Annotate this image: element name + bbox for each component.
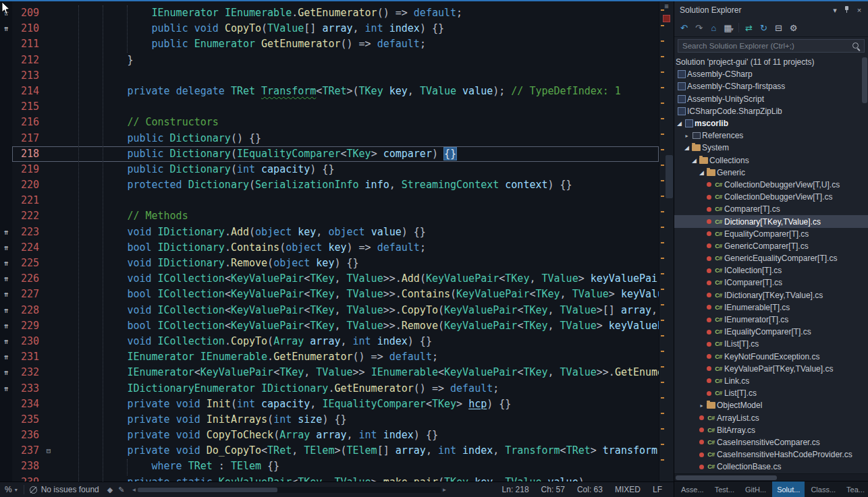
- tree-horizontal-scrollbar[interactable]: [674, 473, 868, 481]
- code-text[interactable]: bool ICollection<KeyValuePair<TKey, TVal…: [54, 318, 659, 334]
- line-number[interactable]: 214: [12, 84, 43, 99]
- tree-item[interactable]: Solution 'project-gui' (11 of 11 project…: [674, 56, 868, 68]
- tree-item[interactable]: C#KeyValuePair[TKey,TValue].cs: [674, 363, 868, 375]
- zoom-control[interactable]: % ▾: [0, 485, 21, 494]
- code-line[interactable]: ⇈224 bool IDictionary.Contains(object ke…: [0, 240, 659, 256]
- line-number[interactable]: 231: [12, 349, 43, 365]
- code-line[interactable]: ⇈227 bool ICollection<KeyValuePair<TKey,…: [0, 287, 659, 302]
- tree-item[interactable]: Assembly-UnityScript: [674, 93, 868, 105]
- code-text[interactable]: private void Do_CopyTo<TRet, TElem>(TEle…: [54, 443, 659, 459]
- code-line[interactable]: ⇈231 IEnumerator IEnumerable.GetEnumerat…: [0, 349, 659, 365]
- code-text[interactable]: public Dictionary(IEqualityComparer<TKey…: [54, 146, 659, 162]
- line-number[interactable]: 210: [12, 21, 43, 36]
- code-text[interactable]: }: [54, 53, 659, 68]
- code-editor[interactable]: ⇈209 IEnumerator IEnumerable.GetEnumerat…: [0, 0, 674, 481]
- search-box[interactable]: [678, 39, 865, 53]
- collapse-arrow-icon[interactable]: ◢: [698, 169, 705, 176]
- tool-window-tab[interactable]: GitH...: [740, 481, 771, 497]
- code-line[interactable]: ⇈233 IDictionaryEnumerator IDictionary.G…: [0, 381, 659, 397]
- implements-glyph-icon[interactable]: ⇈: [0, 365, 12, 380]
- line-number[interactable]: 227: [12, 287, 43, 302]
- code-line[interactable]: 222 // Methods: [0, 208, 659, 224]
- glyph-margin[interactable]: [0, 193, 12, 208]
- switch-views-icon[interactable]: ▦▾: [722, 23, 736, 33]
- line-number[interactable]: 238: [12, 459, 43, 474]
- code-line[interactable]: 214 private delegate TRet Transform<TRet…: [0, 84, 659, 99]
- implements-glyph-icon[interactable]: ⇈: [0, 225, 12, 240]
- code-line[interactable]: ⇈228 void ICollection<KeyValuePair<TKey,…: [0, 303, 659, 318]
- line-number[interactable]: 215: [12, 99, 43, 115]
- tree-item[interactable]: Assembly-CSharp: [674, 68, 868, 80]
- implements-glyph-icon[interactable]: ⇈: [0, 381, 12, 397]
- status-diamond-icon[interactable]: ◆: [105, 486, 115, 494]
- code-line[interactable]: ⇈225 void IDictionary.Remove(object key)…: [0, 256, 659, 271]
- implements-glyph-icon[interactable]: ⇈: [0, 271, 12, 287]
- glyph-margin[interactable]: [0, 99, 12, 115]
- tree-item[interactable]: ICSharpCode.SharpZipLib: [674, 105, 868, 117]
- tree-item[interactable]: C#ArrayList.cs: [674, 411, 868, 423]
- glyph-margin[interactable]: [0, 428, 12, 443]
- code-text[interactable]: void IDictionary.Add(object key, object …: [54, 225, 659, 240]
- issues-status[interactable]: No issues found: [38, 485, 105, 494]
- glyph-margin[interactable]: [0, 475, 12, 481]
- code-text[interactable]: private void InitArrays(int size) {}: [54, 412, 659, 428]
- line-indicator[interactable]: Ln: 218: [496, 485, 535, 494]
- implements-glyph-icon[interactable]: ⇈: [0, 287, 12, 302]
- tree-vertical-scrollbar[interactable]: [862, 57, 867, 103]
- sync-with-active-document-icon[interactable]: ⇄: [742, 23, 756, 33]
- line-number[interactable]: 239: [12, 475, 43, 481]
- tree-item[interactable]: C#GenericEqualityComparer[T].cs: [674, 252, 868, 264]
- line-number[interactable]: 234: [12, 397, 43, 412]
- code-line[interactable]: 212 }: [0, 53, 659, 68]
- line-number[interactable]: 230: [12, 334, 43, 349]
- line-number[interactable]: 218: [12, 146, 43, 162]
- code-text[interactable]: public void CopyTo(TValue[] array, int i…: [54, 21, 659, 36]
- forward-icon[interactable]: ↷: [692, 23, 706, 33]
- glyph-margin[interactable]: [0, 84, 12, 99]
- search-icon[interactable]: [852, 42, 861, 51]
- line-number[interactable]: 223: [12, 225, 43, 240]
- tree-item[interactable]: C#CollectionDebuggerView[T,U].cs: [674, 179, 868, 191]
- glyph-margin[interactable]: [0, 162, 12, 177]
- line-number[interactable]: 237: [12, 443, 43, 459]
- glyph-margin[interactable]: [0, 459, 12, 474]
- line-number[interactable]: 233: [12, 381, 43, 397]
- line-number[interactable]: 216: [12, 115, 43, 130]
- glyph-margin[interactable]: [0, 131, 12, 146]
- tree-item[interactable]: C#EqualityComparer[T].cs: [674, 228, 868, 240]
- glyph-margin[interactable]: [0, 115, 12, 130]
- tool-window-tab[interactable]: Class...: [806, 481, 840, 497]
- glyph-margin[interactable]: [0, 397, 12, 412]
- tree-item[interactable]: C#Link.cs: [674, 375, 868, 387]
- implements-glyph-icon[interactable]: ⇈: [0, 256, 12, 271]
- implements-glyph-icon[interactable]: ⇈: [0, 334, 12, 349]
- code-line[interactable]: 238 where TRet : TElem {}: [0, 459, 659, 474]
- code-line[interactable]: 221: [0, 193, 659, 208]
- window-position-icon[interactable]: ▾: [829, 6, 841, 15]
- code-text[interactable]: private delegate TRet Transform<TRet>(TK…: [54, 84, 659, 99]
- code-line[interactable]: 216 // Constructors: [0, 115, 659, 130]
- code-line[interactable]: ⇈230 void ICollection.CopyTo(Array array…: [0, 334, 659, 349]
- code-text[interactable]: // Constructors: [54, 115, 659, 130]
- tree-item[interactable]: C#List[T].cs: [674, 387, 868, 399]
- hscroll-track[interactable]: [138, 487, 440, 493]
- tree-item[interactable]: C#GenericComparer[T].cs: [674, 240, 868, 252]
- implements-glyph-icon[interactable]: ⇈: [0, 318, 12, 334]
- line-number[interactable]: 219: [12, 162, 43, 177]
- code-line[interactable]: ⇈226 void ICollection<KeyValuePair<TKey,…: [0, 271, 659, 287]
- collapse-arrow-icon[interactable]: ◢: [683, 144, 690, 151]
- vertical-scrollbar-thumb[interactable]: [666, 155, 673, 198]
- line-number[interactable]: 226: [12, 271, 43, 287]
- code-line[interactable]: ⇈210 public void CopyTo(TValue[] array, …: [0, 21, 659, 36]
- expand-arrow-icon[interactable]: ▸: [683, 133, 690, 139]
- line-number[interactable]: 236: [12, 428, 43, 443]
- line-number[interactable]: 232: [12, 365, 43, 380]
- scroll-right-icon[interactable]: ►: [442, 487, 447, 493]
- line-number[interactable]: 235: [12, 412, 43, 428]
- hscroll-thumb[interactable]: [138, 488, 277, 492]
- tool-window-tab[interactable]: Test...: [710, 481, 739, 497]
- line-number[interactable]: 211: [12, 36, 43, 52]
- implements-glyph-icon[interactable]: ⇈: [0, 5, 12, 21]
- code-line[interactable]: 234 private void Init(int capacity, IEqu…: [0, 397, 659, 412]
- code-line[interactable]: 237⊟ private void Do_CopyTo<TRet, TElem>…: [0, 443, 659, 459]
